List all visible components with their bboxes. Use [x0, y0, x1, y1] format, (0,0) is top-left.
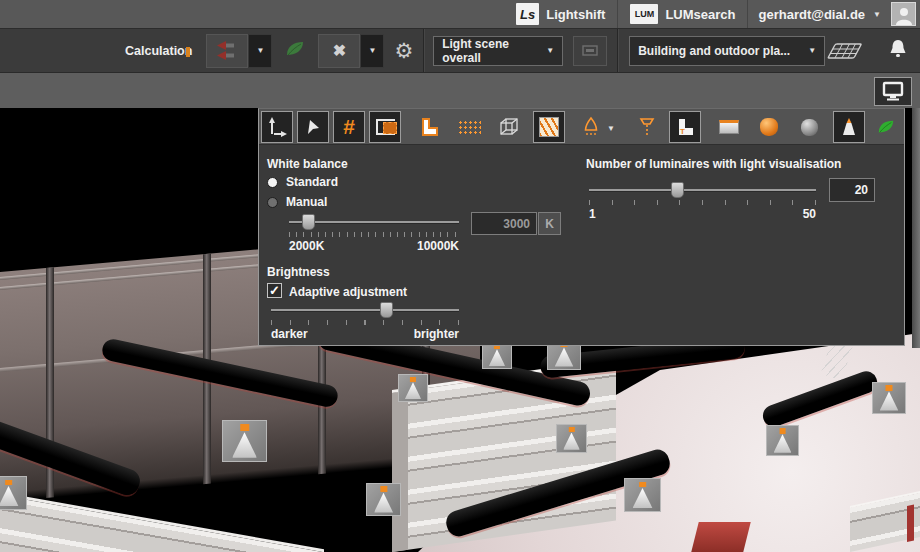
luminaire-marker[interactable]: [0, 476, 27, 510]
clipped-icon: [186, 47, 190, 57]
lumsearch-label: LUMsearch: [665, 7, 735, 22]
calculation-options-dropdown-button[interactable]: ▼: [248, 34, 272, 68]
luminaire-marker[interactable]: [766, 425, 799, 456]
light-cone-icon: [632, 488, 652, 508]
chevron-down-icon: ▼: [546, 46, 554, 55]
lumsearch-link[interactable]: LUM LUMsearch: [618, 0, 747, 28]
chevron-down-icon: ▼: [368, 46, 376, 55]
brightness-slider[interactable]: darker brighter: [271, 301, 459, 345]
chevron-down-icon: ▼: [808, 46, 816, 55]
wireframe-cube-icon: [498, 116, 520, 138]
kelvin-unit-button[interactable]: K: [538, 212, 561, 235]
shelf-red-panel: [907, 504, 914, 541]
luminaire-marker[interactable]: [624, 478, 661, 512]
calculation-toolbar: Calculation ▼ ✖ ▼ ⚙ Light scene overall …: [0, 28, 920, 72]
luminaire-count-field[interactable]: 20: [829, 178, 875, 202]
luminaire-count-slider[interactable]: 1 50: [589, 181, 816, 225]
room-corner-button[interactable]: [413, 111, 445, 143]
axes-button[interactable]: [261, 111, 293, 143]
luminaire-dot-icon: [410, 377, 416, 382]
building-value: Building and outdoor pla...: [638, 44, 790, 58]
luminaire-dot-icon: [639, 482, 647, 488]
light-cone-icon: [405, 382, 421, 399]
luminaire-marker[interactable]: [556, 424, 587, 453]
wireframe-button[interactable]: [493, 111, 525, 143]
account-menu[interactable]: gerhardt@dial.de ▼: [748, 7, 891, 22]
energy-report-button[interactable]: [284, 39, 306, 63]
light-cone-icon: [489, 349, 505, 366]
standard-label: Standard: [286, 175, 338, 189]
orange-material-button[interactable]: [753, 111, 785, 143]
svg-text:T: T: [680, 127, 685, 136]
luminaire-marker[interactable]: [366, 483, 401, 516]
cancel-calculation-button[interactable]: ✖: [318, 34, 360, 68]
light-scene-dropdown[interactable]: Light scene overall ▼: [433, 36, 563, 66]
luminaire-marker[interactable]: [398, 374, 428, 402]
energy-display-button[interactable]: [871, 111, 901, 143]
slider-track[interactable]: [271, 309, 459, 311]
slider-handle[interactable]: [302, 214, 315, 230]
light-scene-edit-button[interactable]: [573, 36, 607, 66]
luminaire-marker[interactable]: [872, 382, 906, 414]
slider-handle[interactable]: [380, 302, 393, 318]
selection-frame-button[interactable]: [369, 111, 401, 143]
suspended-luminaire-icon: [636, 116, 658, 138]
adaptive-adjustment-checkbox[interactable]: ✓: [267, 283, 282, 298]
slider-track[interactable]: [589, 189, 816, 191]
slider-handle[interactable]: [671, 182, 684, 198]
red-shelf-end: [691, 522, 750, 552]
calculation-label: Calculation: [125, 44, 192, 58]
light-cone-button[interactable]: [833, 111, 865, 143]
light-cone-icon: [563, 433, 580, 450]
leaf-icon: [876, 118, 896, 136]
white-balance-slider[interactable]: 2000K 10000K: [289, 213, 459, 257]
keyboard-icon: [826, 41, 862, 61]
luminaire-count-title: Number of luminaires with light visualis…: [586, 157, 841, 171]
luminaire-dot-icon: [240, 424, 249, 431]
white-balance-standard-radio[interactable]: Standard: [267, 175, 338, 189]
surface-icon: [719, 120, 739, 134]
surface-display-button[interactable]: [713, 111, 745, 143]
orange-material-icon: [760, 118, 778, 136]
luminaire-dot-icon: [885, 385, 892, 390]
check-icon: ✓: [269, 283, 280, 298]
calc-points-button[interactable]: [453, 111, 485, 143]
keyboard-shortcuts-button[interactable]: [826, 41, 862, 65]
top-bar: Ls Lightshift LUM LUMsearch gerhardt@dia…: [0, 0, 920, 28]
display-mode-button[interactable]: [874, 77, 912, 106]
max-label: brighter: [414, 327, 459, 341]
light-cone-icon: [839, 117, 859, 137]
texture-display-button[interactable]: [533, 111, 565, 143]
start-calculation-button[interactable]: [206, 34, 248, 68]
avatar[interactable]: [891, 2, 916, 26]
notifications-button[interactable]: [888, 38, 908, 67]
luminaire-icon: [580, 116, 602, 138]
white-balance-manual-radio[interactable]: Manual: [267, 195, 327, 209]
display-options-content: White balance Standard Manual 2000K 1000…: [259, 145, 904, 345]
building-dropdown[interactable]: Building and outdoor pla... ▼: [629, 36, 825, 66]
display-tools-row: #: [259, 109, 904, 145]
cancel-options-dropdown-button[interactable]: ▼: [360, 34, 384, 68]
grid-button[interactable]: #: [333, 111, 365, 143]
pointer-button[interactable]: [297, 111, 329, 143]
white-balance-value-field[interactable]: 3000: [471, 212, 537, 235]
suspended-luminaire-button[interactable]: [631, 111, 663, 143]
chevron-down-icon: ▼: [607, 124, 615, 133]
pointer-icon: [304, 118, 322, 136]
3d-viewport[interactable]: #: [0, 108, 920, 552]
corner-texture-icon: T: [675, 117, 695, 137]
person-icon: [894, 5, 914, 25]
lightshift-link[interactable]: Ls Lightshift: [504, 0, 617, 28]
luminaire-marker[interactable]: [222, 420, 267, 462]
settings-button[interactable]: ⚙: [394, 39, 413, 63]
view-strip: [0, 72, 920, 108]
radio-off-icon: [267, 197, 278, 208]
luminaire-display-button[interactable]: ▼: [573, 111, 617, 143]
sphere-material-button[interactable]: [793, 111, 825, 143]
leaf-icon: [284, 39, 306, 59]
divider: [423, 29, 425, 73]
corner-texture-button[interactable]: T: [669, 111, 701, 143]
room-corner-icon: [419, 117, 439, 137]
lumsearch-logo-icon: LUM: [630, 4, 658, 24]
lightshift-label: Lightshift: [546, 7, 605, 22]
